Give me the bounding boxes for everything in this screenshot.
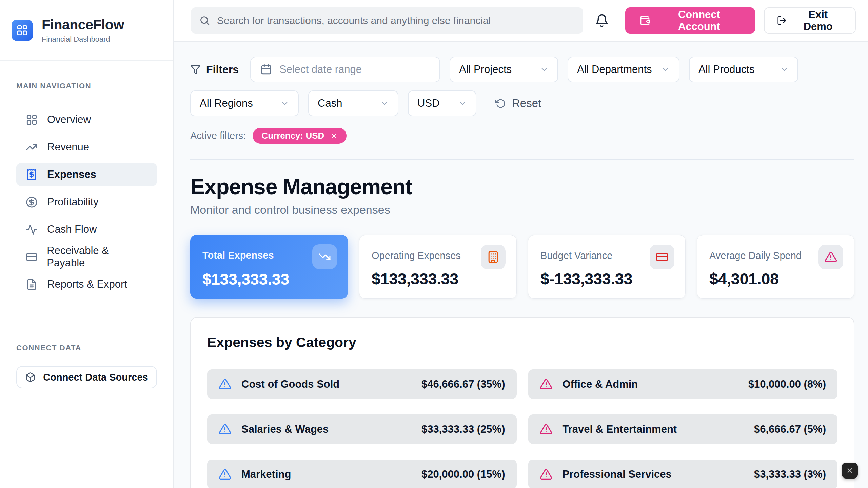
chevron-down-icon: [380, 99, 389, 108]
stat-card-average-daily-spend[interactable]: Average Daily Spend $4,301.08: [697, 235, 854, 299]
regions-select[interactable]: All Regions: [190, 90, 299, 116]
stat-label: Average Daily Spend: [709, 250, 802, 261]
sidebar-item-profitability[interactable]: Profitability: [16, 190, 157, 214]
category-label: Salaries & Wages: [241, 423, 329, 435]
sidebar-item-overview[interactable]: Overview: [16, 108, 157, 131]
connect-button-label: Connect Data Sources: [43, 372, 148, 383]
stat-value: $4,301.08: [709, 269, 843, 288]
regions-select-value: All Regions: [200, 97, 253, 109]
sidebar-item-revenue[interactable]: Revenue: [16, 136, 157, 159]
category-row-marketing[interactable]: Marketing $20,000.00 (15%): [207, 460, 517, 488]
log-out-icon: [777, 15, 787, 26]
active-filters-label: Active filters:: [190, 130, 246, 141]
sidebar-item-label: Reports & Export: [47, 278, 127, 290]
currency-filter-chip[interactable]: Currency: USD: [253, 128, 347, 144]
connect-account-button[interactable]: Connect Account: [625, 7, 755, 34]
sidebar-item-label: Overview: [47, 114, 91, 126]
category-row-travel-entertainment[interactable]: Travel & Entertainment $6,666.67 (5%): [528, 414, 838, 444]
stat-label: Operating Expenses: [372, 250, 461, 261]
stat-card-budget-variance[interactable]: Budget Variance $-133,333.33: [528, 235, 686, 299]
brand-tagline: Financial Dashboard: [42, 35, 124, 44]
sidebar-item-cash-flow[interactable]: Cash Flow: [16, 218, 157, 241]
alert-triangle-icon: [219, 423, 231, 435]
bell-icon: [595, 14, 609, 28]
currency-select[interactable]: USD: [408, 90, 476, 116]
section-divider: [190, 159, 854, 160]
connect-data-sources-button[interactable]: Connect Data Sources: [16, 366, 157, 388]
chevron-down-icon: [458, 99, 467, 108]
stat-card-total-expenses[interactable]: Total Expenses $133,333.33: [190, 235, 348, 299]
app-logo: [12, 20, 33, 41]
category-row-professional-services[interactable]: Professional Services $3,333.33 (3%): [528, 460, 838, 488]
chevron-down-icon: [280, 99, 289, 108]
active-filters-row: Active filters: Currency: USD: [190, 128, 854, 144]
stat-icon-box: [818, 245, 843, 269]
stat-label: Total Expenses: [202, 250, 274, 261]
alert-triangle-icon: [540, 423, 552, 435]
stat-card-operating-expenses[interactable]: Operating Expenses $133,333.33: [359, 235, 517, 299]
alert-triangle-icon: [219, 378, 231, 390]
credit-card-icon: [26, 251, 37, 263]
alert-triangle-icon: [540, 468, 552, 481]
reset-filters-button[interactable]: Reset: [495, 97, 541, 110]
close-icon[interactable]: [330, 132, 338, 140]
chip-label: Currency: USD: [261, 130, 324, 141]
expenses-by-category-card: Expenses by Category Cost of Goods Sold …: [190, 317, 854, 488]
alert-triangle-icon: [540, 378, 552, 390]
layout-dashboard-icon: [16, 24, 28, 36]
stat-value: $133,333.33: [202, 270, 337, 288]
brand-block: FinanceFlow Financial Dashboard: [0, 0, 173, 61]
stat-icon-box: [312, 244, 337, 269]
reset-label: Reset: [512, 97, 541, 110]
package-icon: [25, 372, 36, 383]
search-input[interactable]: [217, 15, 575, 26]
accounting-basis-select[interactable]: Cash: [308, 90, 398, 116]
wallet-icon: [639, 15, 650, 26]
date-range-input[interactable]: Select date range: [250, 57, 440, 82]
category-row-office-admin[interactable]: Office & Admin $10,000.00 (8%): [528, 369, 838, 399]
sidebar-item-expenses[interactable]: Expenses: [16, 163, 157, 186]
rotate-ccw-icon: [495, 98, 506, 109]
alert-triangle-icon: [825, 251, 837, 263]
credit-card-icon: [656, 251, 668, 263]
date-range-placeholder: Select date range: [279, 63, 362, 76]
category-row-salaries-wages[interactable]: Salaries & Wages $33,333.33 (25%): [207, 414, 517, 444]
nav-caption: MAIN NAVIGATION: [16, 82, 157, 90]
file-text-icon: [26, 279, 38, 290]
sidebar-item-label: Profitability: [47, 196, 99, 208]
funnel-icon: [190, 64, 201, 75]
building-icon: [487, 251, 499, 263]
trending-down-icon: [318, 250, 331, 263]
projects-select-value: All Projects: [459, 63, 512, 76]
alert-triangle-icon: [219, 468, 231, 481]
stat-cards: Total Expenses $133,333.33 Operating Exp…: [190, 235, 854, 299]
category-value: $46,666.67 (35%): [421, 378, 505, 390]
notifications-button[interactable]: [595, 14, 609, 28]
category-value: $20,000.00 (15%): [421, 468, 505, 481]
filters-row-1: Filters Select date range All Projects A…: [190, 57, 854, 82]
search-icon: [199, 15, 210, 26]
layout-dashboard-icon: [26, 114, 38, 126]
products-select[interactable]: All Products: [689, 57, 798, 82]
sidebar-item-label: Expenses: [47, 168, 96, 181]
global-search[interactable]: [191, 7, 583, 34]
category-label: Professional Services: [563, 468, 672, 481]
category-label: Office & Admin: [563, 378, 638, 390]
category-row-cost-of-goods-sold[interactable]: Cost of Goods Sold $46,666.67 (35%): [207, 369, 517, 399]
calendar-icon: [260, 64, 272, 75]
products-select-value: All Products: [698, 63, 754, 76]
departments-select[interactable]: All Departments: [568, 57, 679, 82]
category-value: $3,333.33 (3%): [754, 468, 826, 481]
main-navigation: MAIN NAVIGATION Overview Revenue: [0, 61, 173, 300]
currency-select-value: USD: [417, 97, 439, 109]
exit-demo-button[interactable]: Exit Demo: [764, 7, 856, 34]
category-grid: Cost of Goods Sold $46,666.67 (35%) Offi…: [207, 369, 837, 488]
sidebar-item-reports-export[interactable]: Reports & Export: [16, 273, 157, 296]
close-overlay-button[interactable]: [842, 463, 858, 479]
category-section-title: Expenses by Category: [207, 334, 837, 350]
page-title: Expense Management: [190, 174, 854, 199]
sidebar-item-receivable-payable[interactable]: Receivable & Payable: [16, 245, 157, 268]
projects-select[interactable]: All Projects: [450, 57, 558, 82]
main-area: Connect Account Exit Demo Filters Select…: [174, 0, 868, 488]
sidebar-item-label: Revenue: [47, 141, 89, 153]
